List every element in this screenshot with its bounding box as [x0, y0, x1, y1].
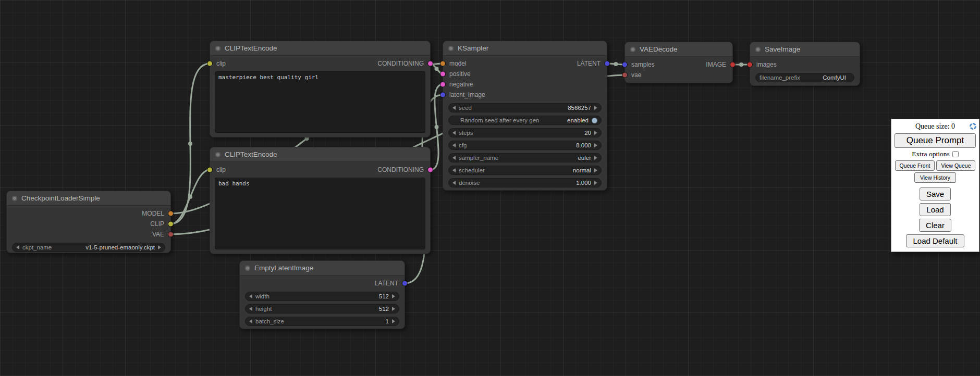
- collapse-dot-icon[interactable]: [215, 152, 220, 157]
- queue-size-label: Queue size: 0: [915, 122, 955, 131]
- widget-value: 20: [584, 130, 591, 136]
- node-title-bar[interactable]: VAEDecode: [625, 42, 732, 57]
- decrement-arrow-icon[interactable]: [452, 131, 456, 135]
- decrement-arrow-icon[interactable]: [452, 181, 456, 185]
- node-title: KSampler: [458, 44, 488, 52]
- collapse-dot-icon[interactable]: [630, 47, 635, 52]
- output-label-latent: LATENT: [577, 60, 601, 67]
- view-history-button[interactable]: View History: [914, 172, 956, 183]
- node-checkpoint-loader-simple[interactable]: CheckpointLoaderSimple MODEL CLIP VAE ck…: [6, 191, 171, 253]
- prompt-textarea[interactable]: masterpiece best quality girl: [215, 71, 425, 133]
- decrement-arrow-icon[interactable]: [452, 156, 456, 160]
- widget-label: scheduler: [459, 167, 485, 173]
- node-empty-latent-image[interactable]: EmptyLatentImage LATENT width 512 height…: [239, 260, 405, 329]
- settings-gear-icon[interactable]: [970, 123, 976, 130]
- negative-input-port[interactable]: [440, 82, 445, 87]
- workflow-canvas[interactable]: CheckpointLoaderSimple MODEL CLIP VAE ck…: [0, 0, 980, 376]
- widget-sampler-name[interactable]: sampler_name euler: [448, 153, 602, 162]
- queue-prompt-button[interactable]: Queue Prompt: [895, 133, 976, 148]
- widget-ckpt-name[interactable]: ckpt_name v1-5-pruned-emaonly.ckpt: [12, 243, 165, 252]
- increment-arrow-icon[interactable]: [594, 168, 597, 172]
- prompt-textarea[interactable]: bad hands: [215, 178, 425, 249]
- decrement-arrow-icon[interactable]: [452, 106, 456, 110]
- node-title-bar[interactable]: CheckpointLoaderSimple: [7, 191, 170, 206]
- latent-output-port[interactable]: [402, 281, 407, 286]
- clear-button[interactable]: Clear: [919, 219, 951, 232]
- clip-input-port[interactable]: [207, 61, 212, 66]
- widget-width[interactable]: width 512: [245, 292, 399, 301]
- conditioning-output-port[interactable]: [428, 168, 433, 172]
- latent-image-input-port[interactable]: [440, 93, 445, 97]
- decrement-arrow-icon[interactable]: [249, 294, 252, 298]
- load-default-button[interactable]: Load Default: [906, 234, 964, 247]
- model-input-port[interactable]: [440, 61, 445, 66]
- increment-arrow-icon[interactable]: [158, 245, 161, 249]
- node-title-bar[interactable]: KSampler: [443, 41, 607, 56]
- images-input-port[interactable]: [748, 62, 752, 67]
- decrement-arrow-icon[interactable]: [452, 168, 456, 172]
- save-button[interactable]: Save: [920, 187, 951, 200]
- widget-label: width: [255, 293, 270, 299]
- image-output-port[interactable]: [730, 62, 735, 67]
- random-seed-toggle[interactable]: [592, 118, 597, 123]
- widget-denoise[interactable]: denoise 1.000: [448, 178, 602, 187]
- decrement-arrow-icon[interactable]: [249, 319, 252, 323]
- input-label-samples: samples: [631, 61, 655, 68]
- collapse-dot-icon[interactable]: [245, 266, 250, 271]
- clip-output-port[interactable]: [168, 222, 173, 227]
- conditioning-output-port[interactable]: [428, 61, 433, 66]
- vae-output-port[interactable]: [168, 232, 173, 237]
- collapse-dot-icon[interactable]: [448, 46, 454, 51]
- increment-arrow-icon[interactable]: [594, 181, 597, 185]
- input-label-images: images: [756, 61, 777, 68]
- widget-random-seed[interactable]: Random seed after every gen enabled: [448, 116, 602, 125]
- node-save-image[interactable]: SaveImage images filename_prefix ComfyUI: [750, 42, 860, 86]
- increment-arrow-icon[interactable]: [594, 106, 597, 110]
- decrement-arrow-icon[interactable]: [249, 307, 252, 311]
- node-title-bar[interactable]: EmptyLatentImage: [240, 261, 405, 275]
- widget-label: Random seed after every gen: [460, 117, 540, 123]
- load-button[interactable]: Load: [920, 203, 950, 216]
- model-output-port[interactable]: [168, 211, 173, 216]
- node-vae-decode[interactable]: VAEDecode samples IMAGE vae: [624, 42, 733, 83]
- increment-arrow-icon[interactable]: [594, 143, 597, 147]
- widget-filename-prefix[interactable]: filename_prefix ComfyUI: [755, 73, 854, 82]
- increment-arrow-icon[interactable]: [594, 156, 597, 160]
- increment-arrow-icon[interactable]: [392, 319, 395, 323]
- input-label-vae: vae: [631, 71, 641, 79]
- decrement-arrow-icon[interactable]: [16, 245, 19, 249]
- node-title-bar[interactable]: CLIPTextEncode: [210, 41, 430, 56]
- input-label-positive: positive: [449, 70, 471, 78]
- node-title: EmptyLatentImage: [254, 264, 313, 272]
- samples-input-port[interactable]: [622, 62, 627, 67]
- positive-input-port[interactable]: [440, 72, 445, 77]
- node-clip-text-encode-positive[interactable]: CLIPTextEncode clip CONDITIONING masterp…: [210, 41, 431, 137]
- widget-steps[interactable]: steps 20: [448, 128, 602, 137]
- collapse-dot-icon[interactable]: [215, 46, 220, 51]
- node-title: CLIPTextEncode: [225, 151, 277, 158]
- increment-arrow-icon[interactable]: [594, 131, 597, 135]
- widget-seed[interactable]: seed 8566257: [448, 103, 602, 112]
- decrement-arrow-icon[interactable]: [452, 143, 456, 147]
- queue-front-button[interactable]: Queue Front: [895, 160, 935, 171]
- increment-arrow-icon[interactable]: [392, 307, 395, 311]
- widget-label: ckpt_name: [22, 244, 52, 250]
- widget-height[interactable]: height 512: [245, 304, 399, 314]
- input-label-negative: negative: [449, 81, 473, 88]
- clip-input-port[interactable]: [207, 168, 212, 172]
- increment-arrow-icon[interactable]: [392, 294, 395, 298]
- widget-batch-size[interactable]: batch_size 1: [245, 317, 399, 326]
- node-clip-text-encode-negative[interactable]: CLIPTextEncode clip CONDITIONING bad han…: [210, 147, 431, 254]
- widget-cfg[interactable]: cfg 8.000: [448, 141, 602, 150]
- extra-options-checkbox[interactable]: [952, 151, 959, 157]
- collapse-dot-icon[interactable]: [12, 196, 17, 201]
- widget-scheduler[interactable]: scheduler normal: [448, 166, 602, 175]
- view-queue-button[interactable]: View Queue: [936, 160, 975, 171]
- latent-output-port[interactable]: [605, 61, 609, 66]
- vae-input-port[interactable]: [622, 73, 627, 78]
- node-title-bar[interactable]: CLIPTextEncode: [210, 147, 430, 162]
- node-ksampler[interactable]: KSampler model LATENT positive negative …: [443, 41, 607, 191]
- collapse-dot-icon[interactable]: [755, 47, 761, 52]
- node-title-bar[interactable]: SaveImage: [750, 42, 860, 57]
- output-label-conditioning: CONDITIONING: [377, 166, 424, 173]
